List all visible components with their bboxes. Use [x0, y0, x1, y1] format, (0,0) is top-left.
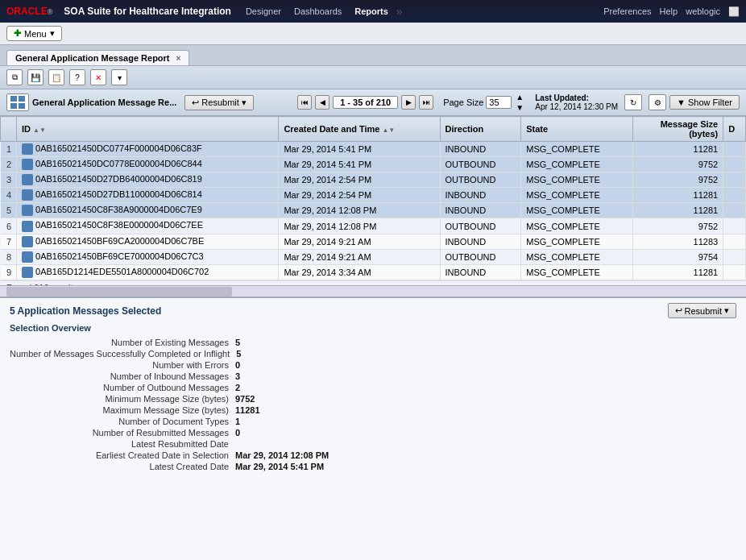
- col-header-id[interactable]: ID ▲▼: [17, 117, 279, 142]
- table-row[interactable]: 3 0AB165021450D27DB64000004D06C819 Mar 2…: [1, 172, 746, 188]
- page-size-up-button[interactable]: ▲: [514, 92, 525, 102]
- tab-close-button[interactable]: ×: [176, 54, 181, 63]
- row-d: [723, 249, 746, 264]
- top-navigation: ORACLE® SOA Suite for Healthcare Integra…: [0, 0, 746, 23]
- row-num: 8: [1, 249, 17, 264]
- help-icon-btn[interactable]: ?: [69, 69, 85, 85]
- row-state: MSG_COMPLETE: [521, 188, 633, 203]
- row-d: [723, 203, 746, 218]
- row-num: 7: [1, 234, 17, 249]
- table-row[interactable]: 5 0AB165021450C8F38A9000004D06C7E9 Mar 2…: [1, 203, 746, 218]
- col-header-size[interactable]: Message Size(bytes): [633, 117, 723, 142]
- col-header-check: [1, 117, 17, 142]
- nav-user[interactable]: weblogic: [686, 6, 720, 16]
- stat-row: Number of Messages Successfully Complete…: [10, 349, 736, 359]
- resubmit-label: Resubmit: [201, 97, 238, 107]
- row-state: MSG_COMPLETE: [521, 142, 633, 157]
- row-date: Mar 29, 2014 9:21 AM: [279, 249, 440, 264]
- page-size-down-button[interactable]: ▼: [514, 102, 525, 113]
- tab-report[interactable]: General Application Message Report ×: [6, 50, 189, 65]
- page-size-input[interactable]: [486, 96, 512, 109]
- row-direction: INBOUND: [440, 234, 521, 249]
- nav-reports[interactable]: Reports: [348, 6, 395, 16]
- save-icon-btn[interactable]: 💾: [27, 69, 44, 85]
- next-page-button[interactable]: ▶: [401, 95, 416, 110]
- row-icon: [22, 189, 33, 201]
- row-num: 2: [1, 157, 17, 172]
- tab-bar: General Application Message Report ×: [0, 45, 746, 66]
- nav-dashboards[interactable]: Dashboards: [288, 6, 348, 16]
- stat-row: Maximum Message Size (bytes) 11281: [10, 405, 736, 415]
- svg-rect-1: [19, 96, 25, 102]
- selection-resubmit-button[interactable]: ↩ Resubmit ▾: [668, 303, 736, 318]
- close-icon-btn[interactable]: ✕: [90, 69, 106, 85]
- table-row[interactable]: 4 0AB165021450D27DB11000004D06C814 Mar 2…: [1, 188, 746, 203]
- prev-page-button[interactable]: ◀: [315, 95, 329, 110]
- table-row[interactable]: 1 0AB165021450DC0774F000004D06C83F Mar 2…: [1, 142, 746, 157]
- horizontal-scrollbar[interactable]: [0, 285, 746, 297]
- row-size: 9752: [633, 218, 723, 234]
- report-resubmit-button[interactable]: ↩ Resubmit ▾: [184, 95, 253, 110]
- stat-value: 5: [235, 338, 240, 347]
- row-icon: [22, 221, 33, 232]
- row-size: 9752: [633, 172, 723, 188]
- table-row[interactable]: 2 0AB165021450DC0778E000004D06C844 Mar 2…: [1, 157, 746, 172]
- col-header-direction[interactable]: Direction: [440, 117, 521, 142]
- nav-designer[interactable]: Designer: [239, 6, 288, 16]
- sel-resubmit-label: Resubmit: [685, 306, 722, 316]
- show-filter-button[interactable]: ▼ Show Filter: [669, 95, 740, 110]
- nav-help[interactable]: Help: [660, 6, 678, 16]
- first-page-button[interactable]: ⏮: [297, 95, 312, 110]
- stat-label: Latest Created Date: [10, 462, 235, 471]
- row-d: [723, 188, 746, 203]
- row-d: [723, 157, 746, 172]
- menu-bar: ✚ Menu ▾: [0, 23, 746, 45]
- report-grid-icon: [6, 93, 29, 111]
- nav-preferences[interactable]: Preferences: [603, 6, 651, 16]
- table-row[interactable]: 7 0AB165021450BF69CA2000004D06C7BE Mar 2…: [1, 234, 746, 249]
- main-content: ⧉ 💾 📋 ? ✕ ▾ General Application Message …: [0, 66, 746, 560]
- stat-row: Number of Resubmitted Messages 0: [10, 428, 736, 438]
- table-row[interactable]: 6 0AB165021450C8F38E0000004D06C7EE Mar 2…: [1, 218, 746, 234]
- new-window-icon-btn[interactable]: ⧉: [6, 69, 23, 85]
- main-inner: ⧉ 💾 📋 ? ✕ ▾ General Application Message …: [0, 66, 746, 560]
- table-row[interactable]: 9 0AB165D1214EDE5501A8000004D06C702 Mar …: [1, 264, 746, 280]
- row-icon: [22, 251, 33, 263]
- nav-window-icon[interactable]: ⬜: [728, 6, 740, 17]
- table-row[interactable]: 8 0AB165021450BF69CE7000004D06C7C3 Mar 2…: [1, 249, 746, 264]
- row-id: 0AB165021450BF69CA2000004D06C7BE: [17, 234, 279, 249]
- col-header-d[interactable]: D: [723, 117, 746, 142]
- row-d: [723, 234, 746, 249]
- sel-resubmit-arrow: ▾: [724, 305, 729, 316]
- more-icon-btn[interactable]: ▾: [111, 69, 127, 85]
- stat-row: Minimum Message Size (bytes) 9752: [10, 394, 736, 404]
- col-header-state[interactable]: State: [521, 117, 633, 142]
- row-state: MSG_COMPLETE: [521, 157, 633, 172]
- row-date: Mar 29, 2014 5:41 PM: [279, 142, 440, 157]
- save-as-icon-btn[interactable]: 📋: [48, 69, 64, 85]
- refresh-button[interactable]: ↻: [624, 94, 642, 110]
- row-direction: OUTBOUND: [440, 218, 521, 234]
- report-toolbar: General Application Message Re... ↩ Resu…: [0, 89, 746, 116]
- row-direction: OUTBOUND: [440, 157, 521, 172]
- row-size: 11281: [633, 142, 723, 157]
- resubmit-icon: ↩: [192, 97, 199, 108]
- row-size: 9754: [633, 249, 723, 264]
- filter-icon: ▼: [677, 97, 686, 107]
- row-id: 0AB165021450C8F38E0000004D06C7EE: [17, 218, 279, 234]
- last-page-button[interactable]: ⏭: [419, 95, 433, 110]
- settings-icon-btn[interactable]: ⚙: [649, 94, 666, 110]
- col-header-date[interactable]: Created Date and Time ▲▼: [279, 117, 440, 142]
- row-direction: INBOUND: [440, 142, 521, 157]
- row-direction: INBOUND: [440, 188, 521, 203]
- scroll-thumb-horizontal[interactable]: [6, 287, 232, 297]
- stat-label: Number of Existing Messages: [10, 338, 235, 347]
- nav-right-group: Preferences Help weblogic ⬜: [603, 6, 740, 17]
- sel-resubmit-icon: ↩: [675, 305, 682, 316]
- menu-button[interactable]: ✚ Menu ▾: [6, 26, 62, 41]
- row-id: 0AB165021450C8F38A9000004D06C7E9: [17, 203, 279, 218]
- stat-row: Number of Inbound Messages 3: [10, 371, 736, 381]
- stat-row: Number of Existing Messages 5: [10, 338, 736, 347]
- stat-value: Mar 29, 2014 5:41 PM: [235, 462, 324, 471]
- resubmit-arrow: ▾: [242, 97, 247, 108]
